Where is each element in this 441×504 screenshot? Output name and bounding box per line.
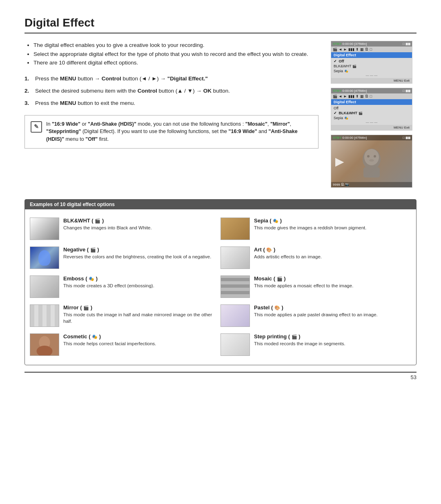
play-arrow: ▶ bbox=[335, 155, 344, 168]
effect-item-sepia: Sepia ( 🎭 ) This mode gives the images a… bbox=[220, 214, 411, 243]
note-text: In "16:9 Wide" or "Anti-Shake (HDIS)" mo… bbox=[46, 120, 312, 143]
page-num-line: 53 bbox=[24, 372, 416, 380]
effect-thumb-cosmetic bbox=[30, 333, 59, 356]
effect-title-pastel: Pastel ( 🎨 ) bbox=[254, 304, 407, 311]
cam-icons-bar-1: 🎬◄►▮▮▮⬆▦🖻□ bbox=[331, 47, 412, 52]
examples-header: Examples of 10 digital effect options bbox=[25, 200, 416, 209]
effect-desc-mosaic: This mode applies a mosaic effect to the… bbox=[254, 282, 407, 289]
svg-point-4 bbox=[369, 159, 374, 162]
page-number-area: 53 bbox=[24, 372, 416, 380]
cam-stby-2: STBY 0:00:00 [475Min] bbox=[333, 89, 367, 93]
effect-info-cosmetic: Cosmetic ( 🎭 ) This mode helps correct f… bbox=[63, 333, 216, 347]
cam-screen-1: STBY 0:00:00 [375Min] □ ▮▮▮ 🎬◄►▮▮▮⬆▦🖻□ D… bbox=[331, 41, 412, 84]
cam-menu-items-1: ✓ Off BLK&WHT 🎬 Sepia 🎭 — — — bbox=[331, 58, 412, 78]
effect-title-step: Step printing ( 🎬 ) bbox=[254, 333, 407, 340]
effect-info-negative: Negative ( 🎬 ) Reverses the colors and t… bbox=[63, 246, 216, 260]
effect-title-cosmetic: Cosmetic ( 🎭 ) bbox=[63, 333, 216, 340]
cam-bottom-bar-2: MENU Exit bbox=[331, 125, 412, 130]
page-title: Digital Effect bbox=[24, 16, 416, 33]
effect-thumb-step bbox=[220, 333, 250, 356]
effect-info-art: Art ( 🎨 ) Adds artistic effects to an im… bbox=[254, 246, 407, 260]
step-3-text: Press the MENU button to exit the menu. bbox=[35, 99, 135, 107]
effect-item-art: Art ( 🎨 ) Adds artistic effects to an im… bbox=[220, 243, 411, 272]
effect-info-emboss: Emboss ( 🎭 ) This mode creates a 3D effe… bbox=[63, 275, 216, 289]
effect-desc-sepia: This mode gives the images a reddish bro… bbox=[254, 224, 407, 231]
cam-hud-3: STBY 0:00:00 [475Min] □ ▮▮▮ bbox=[331, 135, 412, 140]
svg-point-1 bbox=[364, 149, 379, 165]
effect-title-blkwht: BLK&WHT ( 🎬 ) bbox=[63, 218, 216, 224]
cam-menu-blkwht-2: ✓ BLK&WHT 🎬 bbox=[334, 111, 410, 115]
intro-bullet-2: Select the appropriate digital effect fo… bbox=[33, 50, 318, 59]
step-3: 3. Press the MENU button to exit the men… bbox=[24, 99, 318, 107]
cam-menu-off-1: ✓ Off bbox=[334, 59, 410, 64]
svg-rect-5 bbox=[363, 167, 380, 178]
effect-thumb-mosaic bbox=[220, 275, 250, 298]
cam-menu-sepia-2: Sepia 🎭 bbox=[334, 115, 410, 120]
effect-title-art: Art ( 🎨 ) bbox=[254, 246, 407, 253]
cosmetic-svg bbox=[30, 333, 59, 356]
step-2-num: 2. bbox=[24, 87, 32, 95]
effect-title-mosaic: Mosaic ( 🎬 ) bbox=[254, 275, 407, 282]
effect-title-sepia: Sepia ( 🎭 ) bbox=[254, 218, 407, 224]
cam-top-bar-1: STBY 0:00:00 [375Min] □ ▮▮▮ bbox=[331, 41, 412, 47]
effect-info-step: Step printing ( 🎬 ) This moded records t… bbox=[254, 333, 407, 347]
effect-info-blkwht: BLK&WHT ( 🎬 ) Changes the images into Bl… bbox=[63, 218, 216, 231]
examples-box: Examples of 10 digital effect options BL… bbox=[24, 199, 416, 365]
step-1-text: Press the MENU button → Control button (… bbox=[35, 75, 208, 83]
step-2-text: Select the desired submenu item with the… bbox=[35, 87, 230, 95]
intro-bullet-3: There are 10 different digital effect op… bbox=[33, 58, 318, 67]
intro-list: The digital effect enables you to give a… bbox=[24, 41, 318, 67]
cam-stby-1: STBY 0:00:00 [375Min] bbox=[333, 42, 367, 46]
step-2: 2. Select the desired submenu item with … bbox=[24, 87, 318, 95]
cam-menu-items-2: Off ✓ BLK&WHT 🎬 Sepia 🎭 — — — bbox=[331, 105, 412, 125]
cam-top-bar-2: STBY 0:00:00 [475Min] □ ▮▮▮ bbox=[331, 88, 412, 93]
effect-title-negative: Negative ( 🎬 ) bbox=[63, 246, 216, 253]
svg-point-2 bbox=[367, 155, 370, 158]
cam-bottom-hud-3: 9999 🖻 📷 bbox=[331, 182, 412, 187]
effect-info-pastel: Pastel ( 🎨 ) This mode applies a pale pa… bbox=[254, 304, 407, 318]
cam-icons-bar-2: 🎬◄►▮▮▮⬆▦🖻□ bbox=[331, 93, 412, 99]
effect-desc-pastel: This mode applies a pale pastel drawing … bbox=[254, 311, 407, 318]
effect-thumb-blkwht bbox=[30, 218, 59, 240]
note-box: ✎ In "16:9 Wide" or "Anti-Shake (HDIS)" … bbox=[24, 115, 318, 149]
step-1: 1. Press the MENU button → Control butto… bbox=[24, 75, 318, 83]
effect-item-step: Step printing ( 🎬 ) This moded records t… bbox=[220, 330, 411, 359]
step-3-num: 3. bbox=[24, 99, 32, 107]
cam-screen-3: STBY 0:00:00 [475Min] □ ▮▮▮ 9999 🖻 📷 ▶ bbox=[331, 135, 412, 188]
note-icon: ✎ bbox=[31, 121, 42, 133]
effect-thumb-pastel bbox=[220, 304, 250, 327]
effect-thumb-mirror bbox=[30, 304, 59, 327]
effect-desc-cosmetic: This mode helps correct facial imperfect… bbox=[63, 340, 216, 347]
effect-item-cosmetic: Cosmetic ( 🎭 ) This mode helps correct f… bbox=[30, 330, 220, 359]
cam-screen-2: STBY 0:00:00 [475Min] □ ▮▮▮ 🎬◄►▮▮▮⬆▦🖻□ D… bbox=[331, 88, 412, 131]
effect-desc-blkwht: Changes the images into Black and White. bbox=[63, 224, 216, 231]
examples-grid: BLK&WHT ( 🎬 ) Changes the images into Bl… bbox=[25, 214, 416, 359]
cam-menu-title-2: Digital Effect bbox=[331, 99, 412, 105]
cam-bat-2: □ ▮▮▮ bbox=[403, 89, 410, 93]
effect-thumb-art bbox=[220, 246, 250, 269]
effect-desc-art: Adds artistic effects to an image. bbox=[254, 253, 407, 260]
effect-title-mirror: Mirror ( 🎬 ) bbox=[63, 304, 216, 311]
effect-item-pastel: Pastel ( 🎨 ) This mode applies a pale pa… bbox=[220, 301, 411, 330]
page-number: 53 bbox=[411, 374, 416, 380]
cam-menu-off-2: Off bbox=[334, 106, 410, 111]
effect-item-mosaic: Mosaic ( 🎬 ) This mode applies a mosaic … bbox=[220, 272, 411, 301]
effect-item-emboss: Emboss ( 🎭 ) This mode creates a 3D effe… bbox=[30, 272, 220, 301]
effect-title-emboss: Emboss ( 🎭 ) bbox=[63, 275, 216, 282]
main-content: The digital effect enables you to give a… bbox=[24, 41, 416, 188]
effect-info-mirror: Mirror ( 🎬 ) This mode cuts the image in… bbox=[63, 304, 216, 324]
cam-menu-sepia-1: Sepia 🎭 bbox=[334, 69, 410, 73]
left-column: The digital effect enables you to give a… bbox=[24, 41, 318, 188]
effect-thumb-emboss bbox=[30, 275, 59, 298]
effect-thumb-sepia bbox=[220, 218, 250, 240]
negative-face bbox=[38, 250, 51, 266]
cam-menu-blkwht-1: BLK&WHT 🎬 bbox=[334, 64, 410, 69]
effect-item-negative: Negative ( 🎬 ) Reverses the colors and t… bbox=[30, 243, 220, 272]
effect-desc-emboss: This mode creates a 3D effect (embossing… bbox=[63, 282, 216, 289]
svg-point-3 bbox=[374, 155, 376, 158]
cam-bat-1: □ ▮▮▮ bbox=[403, 42, 410, 46]
effect-info-sepia: Sepia ( 🎭 ) This mode gives the images a… bbox=[254, 218, 407, 231]
effect-thumb-negative bbox=[30, 246, 59, 269]
cam-bottom-bar-1: MENU Exit bbox=[331, 78, 412, 83]
intro-bullet-1: The digital effect enables you to give a… bbox=[33, 41, 318, 50]
